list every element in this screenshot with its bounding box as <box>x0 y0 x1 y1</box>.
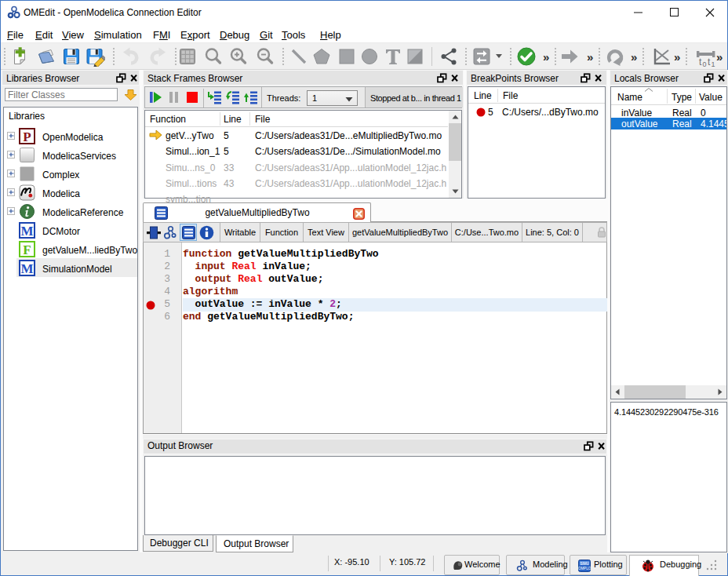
svg-text:SIMU: SIMU <box>580 562 588 566</box>
svg-text:P: P <box>23 129 31 144</box>
svg-text:M: M <box>20 261 33 276</box>
svg-text:t: t <box>699 57 702 67</box>
svg-text:OMPLO: OMPLO <box>578 567 591 571</box>
svg-text:0: 0 <box>703 60 707 67</box>
svg-text:t: t <box>708 57 711 67</box>
svg-text:1: 1 <box>712 60 715 67</box>
svg-text:F: F <box>23 242 31 257</box>
svg-text:M: M <box>20 224 33 239</box>
